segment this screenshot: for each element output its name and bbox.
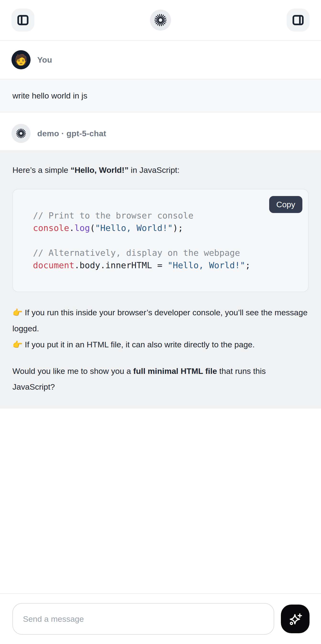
code-comment: // Alternatively, display on the webpage xyxy=(33,248,240,258)
code-token: console xyxy=(33,223,69,233)
starburst-avatar-icon xyxy=(15,128,26,139)
composer-bar xyxy=(0,593,321,644)
code-token: document xyxy=(33,260,74,270)
user-avatar: 🧑 xyxy=(11,50,30,69)
user-turn-name: You xyxy=(37,55,52,64)
tip-line-1: 👉 If you run this inside your browser’s … xyxy=(12,308,308,333)
user-turn-header: 🧑 You xyxy=(0,41,321,79)
assistant-message: Here’s a simple “Hello, World!” in JavaS… xyxy=(0,150,321,408)
sidebar-toggle-button[interactable] xyxy=(11,8,34,32)
code-token: "Hello, World!" xyxy=(95,223,173,233)
starburst-logo-icon xyxy=(154,13,167,27)
code-token: log xyxy=(74,223,90,233)
app-logo-badge xyxy=(150,10,171,30)
code-content: // Print to the browser consoleconsole.l… xyxy=(33,210,299,272)
send-button[interactable] xyxy=(281,604,310,633)
question-bold-text: full minimal HTML file xyxy=(133,366,217,376)
assistant-question-paragraph: Would you like me to show you a full min… xyxy=(12,363,309,395)
intro-text: Here’s a simple xyxy=(12,166,70,174)
code-block: Copy // Print to the browser consolecons… xyxy=(12,189,309,292)
copy-code-button[interactable]: Copy xyxy=(269,196,302,213)
code-token: . xyxy=(69,223,74,233)
panel-left-icon xyxy=(16,14,29,26)
assistant-model-label: demo · gpt-5-chat xyxy=(37,129,106,138)
code-token: ); xyxy=(173,223,183,233)
intro-text-post: in JavaScript: xyxy=(128,166,180,174)
tip-line-2: 👉 If you put it in an HTML file, it can … xyxy=(12,340,255,349)
code-comment: // Print to the browser console xyxy=(33,210,193,220)
user-message-text: write hello world in js xyxy=(12,91,87,100)
message-input[interactable] xyxy=(12,603,274,635)
assistant-avatar xyxy=(11,124,30,143)
assistant-turn-header: demo · gpt-5-chat xyxy=(0,117,321,150)
code-token: .body.innerHTML = xyxy=(74,260,167,270)
right-panel-toggle-button[interactable] xyxy=(287,8,310,32)
assistant-tips-paragraph: 👉 If you run this inside your browser’s … xyxy=(12,304,309,352)
question-text: Would you like me to show you a xyxy=(12,366,133,376)
code-blank-line xyxy=(33,234,299,247)
assistant-intro-paragraph: Here’s a simple “Hello, World!” in JavaS… xyxy=(12,162,309,178)
user-message: write hello world in js xyxy=(0,79,321,112)
code-token: ; xyxy=(245,260,251,270)
panel-right-icon xyxy=(292,14,305,26)
chat-scroll-area[interactable] xyxy=(0,408,321,593)
code-token: ( xyxy=(90,223,95,233)
spacer xyxy=(0,112,321,117)
person-emoji: 🧑 xyxy=(14,54,28,65)
code-token: "Hello, World!" xyxy=(168,260,245,270)
intro-bold-text: “Hello, World!” xyxy=(70,166,128,174)
sparkle-icon xyxy=(287,611,303,627)
top-bar xyxy=(0,0,321,41)
